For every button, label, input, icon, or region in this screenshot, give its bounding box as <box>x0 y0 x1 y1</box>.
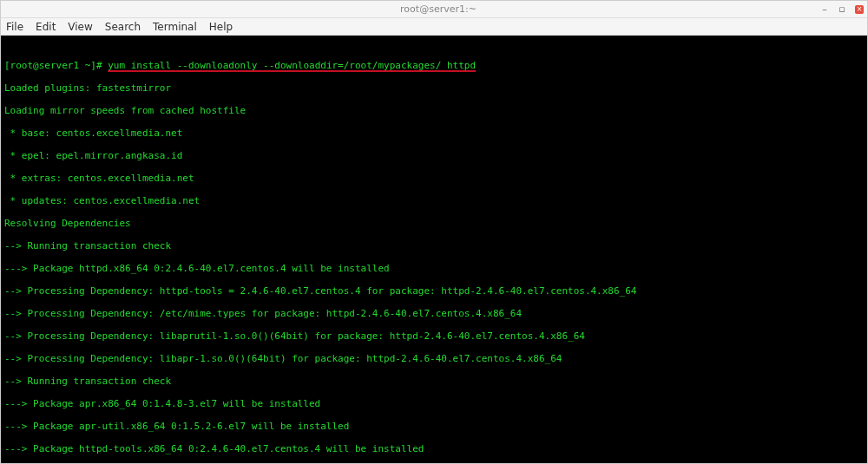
typed-command: yum install --downloadonly --downloaddir… <box>108 60 476 71</box>
output-line: * updates: centos.excellmedia.net <box>4 195 864 206</box>
window-title: root@server1:~ <box>56 3 820 15</box>
output-line: --> Processing Dependency: libaprutil-1.… <box>4 330 864 342</box>
output-line: Loaded plugins: fastestmirror <box>4 82 864 94</box>
terminal-window: root@server1:~ – ▫ × File Edit View Sear… <box>0 0 868 464</box>
output-line: --> Running transaction check <box>4 240 864 252</box>
menu-edit[interactable]: Edit <box>36 21 56 33</box>
output-line: --> Processing Dependency: httpd-tools =… <box>4 285 864 297</box>
menu-help[interactable]: Help <box>209 21 233 33</box>
shell-prompt: [root@server1 ~]# <box>4 60 108 71</box>
output-line: ---> Package apr-util.x86_64 0:1.5.2-6.e… <box>4 421 864 432</box>
output-line: --> Processing Dependency: /etc/mime.typ… <box>4 308 864 319</box>
menu-bar: File Edit View Search Terminal Help <box>1 18 867 36</box>
output-line: Resolving Dependencies <box>4 218 864 229</box>
title-bar[interactable]: root@server1:~ – ▫ × <box>1 1 867 18</box>
output-line: ---> Package httpd.x86_64 0:2.4.6-40.el7… <box>4 263 864 274</box>
output-line: * epel: epel.mirror.angkasa.id <box>4 150 864 161</box>
output-line: --> Processing Dependency: libapr-1.so.0… <box>4 353 864 364</box>
output-line: ---> Package apr.x86_64 0:1.4.8-3.el7 wi… <box>4 398 864 409</box>
output-line: * base: centos.excellmedia.net <box>4 127 864 139</box>
output-line: Loading mirror speeds from cached hostfi… <box>4 105 864 116</box>
menu-view[interactable]: View <box>68 21 92 33</box>
output-line: --> Running transaction check <box>4 376 864 387</box>
menu-search[interactable]: Search <box>105 21 141 33</box>
window-controls: – ▫ × <box>820 5 864 14</box>
output-line: ---> Package httpd-tools.x86_64 0:2.4.6-… <box>4 443 864 454</box>
terminal-area[interactable]: [root@server1 ~]# yum install --download… <box>1 36 867 463</box>
command-line: [root@server1 ~]# yum install --download… <box>4 60 864 71</box>
menu-file[interactable]: File <box>6 21 23 33</box>
output-line: * extras: centos.excellmedia.net <box>4 173 864 184</box>
minimize-icon[interactable]: – <box>820 5 829 14</box>
close-icon[interactable]: × <box>855 5 864 14</box>
maximize-icon[interactable]: ▫ <box>838 5 846 14</box>
menu-terminal[interactable]: Terminal <box>153 21 197 33</box>
